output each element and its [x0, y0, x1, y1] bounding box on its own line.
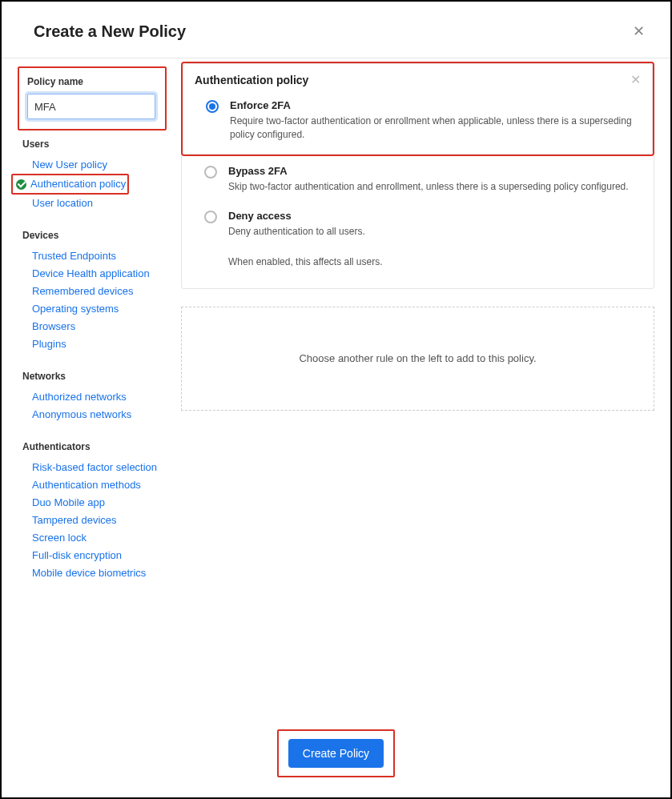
radio-icon[interactable]	[206, 100, 219, 113]
sidebar-item-risk-based[interactable]: Risk-based factor selection	[14, 459, 170, 476]
sidebar-item-authentication-policy[interactable]: Authentication policy	[13, 175, 126, 193]
sidebar-item-screen-lock[interactable]: Screen lock	[14, 529, 170, 547]
highlight-auth-policy: Authentication policy	[11, 174, 129, 195]
add-rule-placeholder: Choose another rule on the left to add t…	[181, 307, 654, 411]
option-note: When enabled, this affects all users.	[182, 251, 654, 280]
nav-group-users: Users New User policy Authentication pol…	[14, 139, 170, 212]
page-title: Create a New Policy	[34, 22, 186, 41]
main-content: Authentication policy ✕ Enforce 2FA Requ…	[170, 58, 670, 683]
modal-frame: Create a New Policy ✕ Policy name Users …	[0, 0, 672, 799]
sidebar-item-browsers[interactable]: Browsers	[14, 318, 170, 335]
policy-name-label: Policy name	[27, 76, 157, 87]
group-label-authenticators: Authenticators	[22, 441, 170, 452]
radio-icon[interactable]	[204, 211, 217, 223]
option-bypass-2fa[interactable]: Bypass 2FA Skip two-factor authenticatio…	[182, 160, 654, 205]
panel-title: Authentication policy	[195, 74, 308, 86]
placeholder-text: Choose another rule on the left to add t…	[299, 352, 536, 364]
sidebar-item-label: Authentication policy	[30, 176, 126, 192]
option-deny-access[interactable]: Deny access Deny authentication to all u…	[182, 205, 654, 250]
sidebar-item-remembered-devices[interactable]: Remembered devices	[14, 283, 170, 300]
option-title: Bypass 2FA	[228, 165, 629, 177]
option-body: Bypass 2FA Skip two-factor authenticatio…	[228, 165, 629, 194]
close-icon[interactable]: ✕	[630, 21, 648, 42]
radio-icon[interactable]	[204, 166, 217, 179]
highlight-create-button: Create Policy	[277, 729, 395, 777]
policy-name-input[interactable]	[27, 94, 155, 119]
sidebar-item-operating-systems[interactable]: Operating systems	[14, 300, 170, 318]
nav-group-networks: Networks Authorized networks Anonymous n…	[14, 371, 170, 424]
group-label-users: Users	[22, 139, 170, 150]
close-icon[interactable]: ✕	[630, 74, 641, 86]
sidebar-item-new-user-policy[interactable]: New User policy	[14, 156, 170, 174]
group-label-networks: Networks	[22, 371, 170, 382]
sidebar-item-user-location[interactable]: User location	[14, 195, 170, 212]
option-title: Deny access	[228, 210, 365, 222]
option-title: Enforce 2FA	[230, 99, 636, 111]
nav-group-devices: Devices Trusted Endpoints Device Health …	[14, 230, 170, 353]
auth-policy-panel-highlight: Authentication policy ✕ Enforce 2FA Requ…	[181, 62, 654, 156]
sidebar: Policy name Users New User policy Authen…	[2, 58, 170, 683]
auth-policy-panel-rest: Bypass 2FA Skip two-factor authenticatio…	[181, 155, 654, 289]
option-desc: Require two-factor authentication or enr…	[230, 114, 636, 143]
create-policy-button[interactable]: Create Policy	[288, 739, 384, 768]
sidebar-item-duo-mobile[interactable]: Duo Mobile app	[14, 494, 170, 512]
sidebar-item-auth-methods[interactable]: Authentication methods	[14, 476, 170, 494]
nav-group-authenticators: Authenticators Risk-based factor selecti…	[14, 441, 170, 582]
sidebar-item-device-health[interactable]: Device Health application	[14, 265, 170, 283]
note-text: When enabled, this affects all users.	[228, 255, 383, 269]
sidebar-item-plugins[interactable]: Plugins	[14, 335, 170, 353]
auth-policy-panel: Authentication policy ✕ Enforce 2FA Requ…	[183, 63, 653, 155]
option-desc: Skip two-factor authentication and enrol…	[228, 180, 629, 194]
check-circle-icon	[16, 179, 26, 190]
option-body: Deny access Deny authentication to all u…	[228, 210, 365, 239]
group-label-devices: Devices	[22, 230, 170, 241]
modal-header: Create a New Policy ✕	[2, 2, 670, 58]
modal-footer: Create Policy	[2, 721, 670, 793]
sidebar-item-authorized-networks[interactable]: Authorized networks	[14, 388, 170, 406]
sidebar-item-trusted-endpoints[interactable]: Trusted Endpoints	[14, 247, 170, 265]
option-body: Enforce 2FA Require two-factor authentic…	[230, 99, 636, 143]
modal-body: Policy name Users New User policy Authen…	[2, 58, 670, 683]
panel-header: Authentication policy ✕	[183, 64, 652, 94]
policy-name-group: Policy name	[18, 66, 167, 130]
sidebar-item-tampered-devices[interactable]: Tampered devices	[14, 512, 170, 529]
option-enforce-2fa[interactable]: Enforce 2FA Require two-factor authentic…	[183, 94, 652, 154]
sidebar-item-anonymous-networks[interactable]: Anonymous networks	[14, 406, 170, 424]
option-desc: Deny authentication to all users.	[228, 225, 365, 239]
sidebar-item-mobile-biometrics[interactable]: Mobile device biometrics	[14, 564, 170, 582]
sidebar-item-full-disk-encryption[interactable]: Full-disk encryption	[14, 547, 170, 564]
